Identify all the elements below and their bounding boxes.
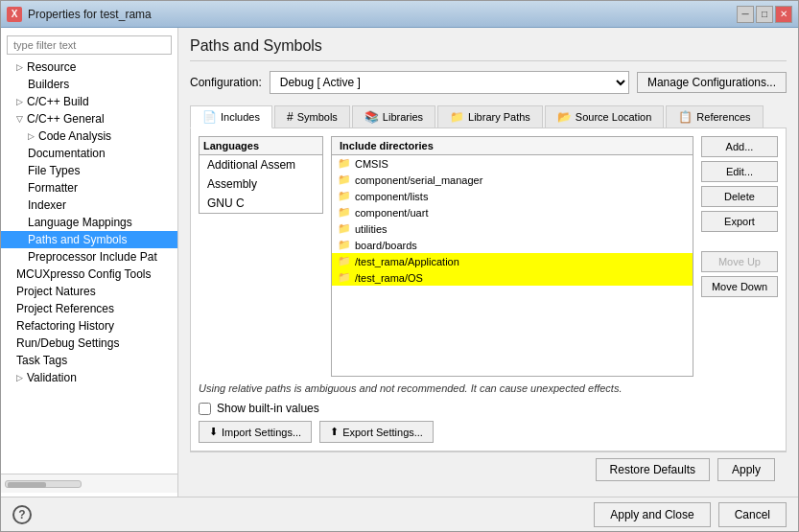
- dir-item-uart[interactable]: 📁 component/uart: [332, 204, 693, 220]
- dirs-list: 📁 CMSIS 📁 component/serial_manager 📁 com…: [331, 154, 693, 377]
- tab-symbols[interactable]: # Symbols: [274, 105, 350, 127]
- sidebar-item-label: Language Mappings: [28, 216, 132, 229]
- includes-tab-icon: 📄: [202, 110, 217, 124]
- dir-item-serial-manager[interactable]: 📁 component/serial_manager: [332, 172, 693, 188]
- sidebar-item-code-analysis[interactable]: ▷ Code Analysis: [1, 127, 177, 145]
- config-dropdown[interactable]: Debug [ Active ]: [270, 71, 629, 94]
- maximize-button[interactable]: □: [756, 6, 773, 23]
- dir-item-utilities[interactable]: 📁 utilities: [332, 220, 693, 237]
- import-btn-label: Import Settings...: [222, 427, 301, 438]
- move-up-button[interactable]: Move Up: [701, 251, 778, 272]
- scrollbar-thumb: [8, 482, 46, 488]
- search-input[interactable]: [7, 35, 172, 55]
- show-builtin-checkbox[interactable]: [199, 403, 211, 415]
- sidebar-scrollbar-area: [1, 474, 177, 493]
- languages-list: Additional Assem Assembly GNU C: [199, 154, 323, 214]
- dir-item-application[interactable]: 📁 /test_rama/Application: [332, 253, 693, 269]
- manage-configurations-button[interactable]: Manage Configurations...: [637, 72, 787, 93]
- sidebar-item-label: Documentation: [28, 147, 106, 160]
- dir-item-os[interactable]: 📁 /test_rama/OS: [332, 269, 693, 286]
- sidebar-item-label: Indexer: [28, 198, 66, 212]
- lang-item-additional-assem[interactable]: Additional Assem: [200, 155, 322, 174]
- sidebar-item-paths-symbols[interactable]: Paths and Symbols: [1, 231, 177, 248]
- restore-defaults-button[interactable]: Restore Defaults: [596, 458, 710, 481]
- footer-left: ?: [12, 505, 32, 524]
- export-btn-label: Export Settings...: [342, 427, 423, 438]
- lang-label: GNU C: [207, 197, 245, 210]
- tab-library-paths[interactable]: 📁 Library Paths: [437, 105, 543, 127]
- title-buttons: ─ □ ✕: [737, 6, 792, 23]
- sidebar-item-preprocessor[interactable]: Preprocessor Include Pat: [1, 248, 177, 266]
- horizontal-scrollbar[interactable]: [5, 480, 82, 488]
- sidebar-item-formatter[interactable]: Formatter: [1, 179, 177, 197]
- bottom-bar: Restore Defaults Apply: [190, 451, 787, 487]
- config-row: Configuration: Debug [ Active ] Manage C…: [190, 71, 787, 94]
- lang-item-gnu-c[interactable]: GNU C: [200, 194, 322, 213]
- main-content: ▷ Resource Builders ▷ C/C++ Build ▽ C/C+…: [1, 28, 798, 497]
- sidebar-item-resource[interactable]: ▷ Resource: [1, 58, 177, 76]
- sidebar-item-label: Builders: [28, 78, 69, 91]
- sidebar-item-mcuxpresso[interactable]: MCUXpresso Config Tools: [1, 266, 177, 283]
- folder-icon: 📁: [338, 239, 351, 251]
- sidebar-item-refactoring[interactable]: Refactoring History: [1, 317, 177, 335]
- export-settings-button[interactable]: ⬆ Export Settings...: [319, 421, 434, 443]
- tab-source-location-label: Source Location: [576, 111, 652, 123]
- dir-item-cmsis[interactable]: 📁 CMSIS: [332, 155, 693, 172]
- folder-icon: 📁: [338, 157, 351, 170]
- sidebar-item-indexer[interactable]: Indexer: [1, 197, 177, 214]
- tab-libraries[interactable]: 📚 Libraries: [352, 105, 435, 127]
- config-label: Configuration:: [190, 76, 262, 89]
- tab-libraries-label: Libraries: [383, 111, 423, 123]
- dirs-container: Include directories 📁 CMSIS 📁 component/…: [331, 136, 693, 377]
- tab-includes[interactable]: 📄 Includes: [190, 105, 272, 128]
- sidebar-item-project-references[interactable]: Project References: [1, 300, 177, 317]
- expand-icon: ▷: [28, 131, 35, 141]
- tab-references-label: References: [696, 111, 750, 123]
- lang-item-assembly[interactable]: Assembly: [200, 174, 322, 194]
- add-button[interactable]: Add...: [701, 136, 778, 157]
- apply-and-close-button[interactable]: Apply and Close: [594, 502, 710, 527]
- title-bar: X Properties for test_rama ─ □ ✕: [1, 1, 798, 28]
- tab-source-location[interactable]: 📂 Source Location: [545, 105, 665, 127]
- footer-right: Apply and Close Cancel: [594, 502, 787, 527]
- apply-button[interactable]: Apply: [717, 458, 775, 481]
- source-location-tab-icon: 📂: [557, 110, 572, 124]
- sidebar-item-validation[interactable]: ▷ Validation: [1, 369, 177, 386]
- expand-icon: ▷: [16, 97, 23, 106]
- sidebar-item-project-natures[interactable]: Project Natures: [1, 283, 177, 300]
- sidebar-item-builders[interactable]: Builders: [1, 76, 177, 93]
- spacer: [701, 236, 778, 247]
- dir-item-board-boards[interactable]: 📁 board/boards: [332, 237, 693, 253]
- lang-label: Additional Assem: [207, 158, 295, 172]
- languages-panel: Languages Additional Assem Assembly GNU …: [199, 136, 323, 377]
- sidebar-item-run-debug[interactable]: Run/Debug Settings: [1, 335, 177, 352]
- sidebar-item-cpp-general[interactable]: ▽ C/C++ General: [1, 110, 177, 127]
- references-tab-icon: 📋: [678, 110, 693, 124]
- show-builtin-label[interactable]: Show built-in values: [217, 402, 319, 415]
- sidebar: ▷ Resource Builders ▷ C/C++ Build ▽ C/C+…: [1, 28, 178, 497]
- close-button[interactable]: ✕: [775, 6, 792, 23]
- dir-item-lists[interactable]: 📁 component/lists: [332, 188, 693, 204]
- main-window: X Properties for test_rama ─ □ ✕ ▷ Resou…: [0, 0, 799, 532]
- show-builtin-row: Show built-in values: [199, 402, 778, 415]
- import-icon: ⬇: [209, 426, 218, 438]
- sidebar-item-language-mappings[interactable]: Language Mappings: [1, 214, 177, 231]
- right-panel: Paths and Symbols Configuration: Debug […: [178, 28, 798, 497]
- sidebar-item-label: Task Tags: [16, 354, 67, 367]
- help-icon[interactable]: ?: [12, 505, 32, 524]
- footer: ? Apply and Close Cancel: [1, 497, 798, 531]
- import-settings-button[interactable]: ⬇ Import Settings...: [199, 421, 312, 443]
- minimize-button[interactable]: ─: [737, 6, 754, 23]
- delete-button[interactable]: Delete: [701, 186, 778, 207]
- sidebar-item-documentation[interactable]: Documentation: [1, 145, 177, 162]
- dir-label: utilities: [355, 223, 388, 235]
- sidebar-item-file-types[interactable]: File Types: [1, 162, 177, 179]
- cancel-button[interactable]: Cancel: [718, 502, 787, 527]
- sidebar-item-label: Resource: [27, 60, 76, 74]
- sidebar-item-task-tags[interactable]: Task Tags: [1, 352, 177, 369]
- export-button[interactable]: Export: [701, 211, 778, 232]
- sidebar-item-cpp-build[interactable]: ▷ C/C++ Build: [1, 93, 177, 110]
- tab-references[interactable]: 📋 References: [666, 105, 763, 127]
- edit-button[interactable]: Edit...: [701, 161, 778, 182]
- move-down-button[interactable]: Move Down: [701, 276, 778, 297]
